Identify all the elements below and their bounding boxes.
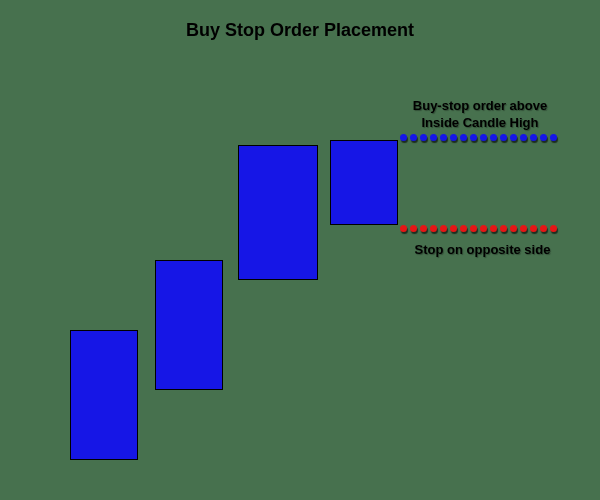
buy-stop-line1: Buy-stop order above: [390, 98, 570, 115]
buy-stop-line2: Inside Candle High: [390, 115, 570, 132]
candle-4: [330, 140, 398, 225]
candle-1: [70, 330, 138, 460]
stop-loss-label: Stop on opposite side: [395, 242, 570, 259]
candle-3: [238, 145, 318, 280]
candle-2: [155, 260, 223, 390]
stop-loss-line-icon: [400, 225, 557, 231]
chart-title: Buy Stop Order Placement: [0, 20, 600, 41]
stop-loss-annotation: Stop on opposite side: [395, 242, 570, 259]
buy-stop-annotation: Buy-stop order above Inside Candle High: [390, 98, 570, 132]
buy-stop-line-icon: [400, 134, 557, 140]
